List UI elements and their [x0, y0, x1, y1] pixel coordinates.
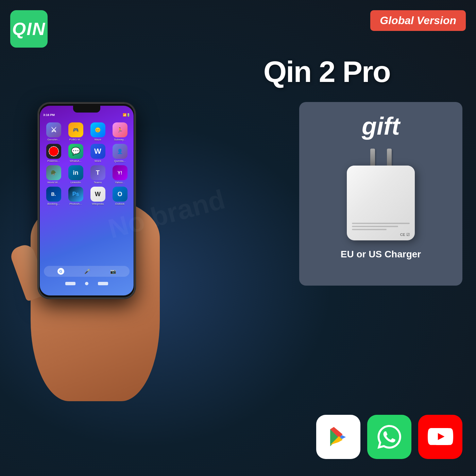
whatsapp-bottom-icon[interactable]	[367, 415, 411, 459]
app-whatsapp[interactable]: 💬 WhatsA...	[66, 144, 85, 163]
app-icon-linkedin: in	[68, 165, 83, 180]
gift-title: gift	[362, 112, 400, 140]
app-teams[interactable]: T Teams	[88, 165, 107, 184]
app-subway[interactable]: 🏃 Subway...	[110, 122, 130, 141]
youtube-bottom-icon[interactable]	[418, 415, 462, 459]
bottom-apps-row	[316, 415, 462, 459]
product-title: Qin 2 Pro	[264, 54, 390, 89]
app-label-subway: Subway...	[114, 138, 126, 141]
app-icon-word: W	[90, 144, 105, 159]
app-waze[interactable]: 😊 Waze	[88, 122, 107, 141]
phone-device: 3:16 PM 📶🔋 ⚔ Genshin... 🎮 PUBG M... 😊 Wa…	[37, 102, 136, 299]
app-icon-wikipedia: W	[90, 187, 105, 202]
app-icon-photoshop: Ps	[68, 187, 83, 202]
nav-home	[85, 282, 88, 285]
app-wikipedia[interactable]: W Wikipedia	[88, 187, 107, 205]
phone-container: 3:16 PM 📶🔋 ⚔ Genshin... 🎮 PUBG M... 😊 Wa…	[10, 95, 194, 401]
charger-body: CE ☑	[347, 166, 415, 240]
play-store-svg	[327, 426, 350, 448]
status-icons: 📶🔋	[123, 113, 130, 117]
camera-icon: 📷	[110, 269, 116, 274]
app-pubg[interactable]: 🎮 PUBG M...	[66, 122, 85, 141]
charger-pins	[370, 149, 392, 166]
pin-left	[370, 149, 375, 166]
app-icon-outlook: O	[113, 187, 128, 202]
app-label-worldwar: World W...	[47, 181, 60, 184]
app-icon-booking: B.	[46, 187, 61, 202]
app-icon-pokemon	[46, 144, 61, 159]
qin-logo: QIN	[10, 10, 48, 48]
app-photoshop[interactable]: Ps Photosh...	[66, 187, 85, 205]
app-label-outlook: Outlook	[115, 202, 125, 205]
app-label-teams: Teams	[94, 181, 102, 184]
app-icon-genshin: ⚔	[46, 122, 61, 137]
ce-mark: CE ☑	[400, 233, 410, 237]
nav-recent	[98, 282, 108, 285]
app-booking[interactable]: B. Booking...	[44, 187, 63, 205]
app-label-waze: Waze	[94, 138, 101, 141]
global-version-badge: Global Version	[370, 10, 466, 31]
charger-label: EU or US Charger	[341, 249, 421, 260]
app-icon-worldwar: 🪖	[46, 165, 61, 180]
status-bar: 3:16 PM 📶🔋	[43, 113, 130, 117]
whatsapp-svg	[377, 425, 401, 449]
app-linkedin[interactable]: in LinkedIn	[66, 165, 85, 184]
qin-logo-text: QIN	[12, 19, 46, 39]
phone-nav-bar	[40, 282, 134, 285]
app-icon-pubg: 🎮	[68, 122, 83, 137]
app-icon-yahoo: Y!	[113, 165, 128, 180]
app-label-booking: Booking...	[48, 202, 60, 205]
app-word[interactable]: W Word	[88, 144, 107, 163]
app-label-wikipedia: Wikipedia	[92, 202, 104, 205]
charger-illustration: CE ☑	[333, 147, 428, 242]
app-label-quest: Questia...	[114, 159, 125, 163]
nav-back	[65, 282, 75, 285]
app-quest[interactable]: 👤 Questia...	[110, 144, 130, 163]
app-genshin[interactable]: ⚔ Genshin...	[44, 122, 63, 141]
google-g-logo: G	[57, 268, 64, 275]
app-icon-teams: T	[90, 165, 105, 180]
app-icon-quest: 👤	[113, 144, 128, 159]
phone-search-bar[interactable]: G 🎤 📷	[44, 266, 130, 277]
app-label-whatsapp: WhatsA...	[70, 159, 82, 163]
youtube-svg	[428, 428, 453, 446]
app-label-genshin: Genshin...	[47, 138, 60, 141]
phone-screen: 3:16 PM 📶🔋 ⚔ Genshin... 🎮 PUBG M... 😊 Wa…	[40, 106, 134, 295]
charger-label-lines	[352, 223, 410, 230]
pin-right	[387, 149, 392, 166]
app-grid: ⚔ Genshin... 🎮 PUBG M... 😊 Waze 🏃 Subway…	[42, 121, 131, 207]
microphone-icon: 🎤	[84, 269, 90, 274]
app-outlook[interactable]: O Outlook	[110, 187, 130, 205]
app-label-linkedin: LinkedIn	[70, 181, 81, 184]
app-icon-whatsapp: 💬	[68, 144, 83, 159]
gift-box: gift CE ☑ EU or US Charger	[299, 102, 462, 286]
app-label-pokemon: Pokémo...	[47, 159, 60, 163]
app-worldwar[interactable]: 🪖 World W...	[44, 165, 63, 184]
app-yahoo[interactable]: Y! Yahoo...	[110, 165, 130, 184]
app-pokemon[interactable]: Pokémo...	[44, 144, 63, 163]
app-label-photoshop: Photosh...	[69, 202, 82, 205]
app-label-word: Word	[95, 159, 101, 163]
app-icon-waze: 😊	[90, 122, 105, 137]
app-label-yahoo: Yahoo...	[115, 181, 125, 184]
phone-notch	[73, 106, 100, 113]
app-icon-subway: 🏃	[113, 122, 128, 137]
app-label-pubg: PUBG M...	[69, 138, 82, 141]
status-time: 3:16 PM	[43, 113, 55, 117]
google-play-icon[interactable]	[316, 415, 360, 459]
